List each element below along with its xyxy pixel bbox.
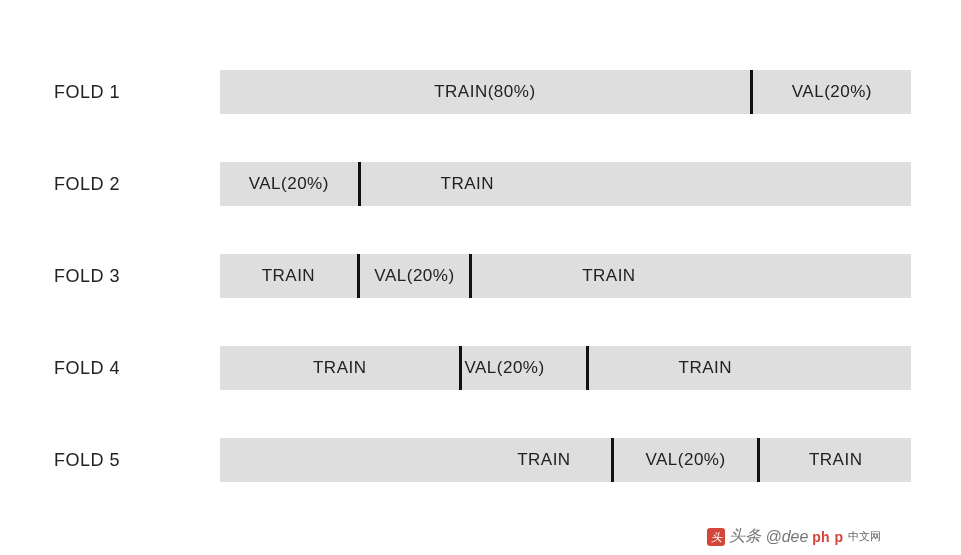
segment: TRAIN [220, 346, 459, 390]
fold-label: FOLD 3 [50, 266, 220, 287]
fold-label: FOLD 2 [50, 174, 220, 195]
fold-bar: TRAINVAL(20%)TRAIN [220, 438, 911, 482]
fold-bar: TRAIN(80%)VAL(20%) [220, 70, 911, 114]
fold-bar: VAL(20%)TRAIN [220, 162, 911, 206]
segment: VAL(20%) [462, 346, 585, 390]
segment: TRAIN [589, 346, 911, 390]
fold-row: FOLD 5TRAINVAL(20%)TRAIN [50, 438, 911, 482]
watermark-suffix: 中文网 [848, 529, 881, 544]
fold-row: FOLD 2VAL(20%)TRAIN [50, 162, 911, 206]
fold-label: FOLD 4 [50, 358, 220, 379]
segment: TRAIN(80%) [220, 70, 750, 114]
fold-bar: TRAINVAL(20%)TRAIN [220, 254, 911, 298]
fold-row: FOLD 1TRAIN(80%)VAL(20%) [50, 70, 911, 114]
kfold-diagram: FOLD 1TRAIN(80%)VAL(20%)FOLD 2VAL(20%)TR… [50, 70, 911, 482]
fold-label: FOLD 5 [50, 450, 220, 471]
fold-label: FOLD 1 [50, 82, 220, 103]
segment: TRAIN [472, 254, 911, 298]
segment: VAL(20%) [614, 438, 758, 482]
watermark-brand2: p [833, 529, 844, 545]
fold-row: FOLD 3TRAINVAL(20%)TRAIN [50, 254, 911, 298]
watermark-brand1: ph [812, 529, 829, 545]
segment: TRAIN [361, 162, 912, 206]
watermark: 头 头条 @deephp 中文网 [707, 526, 881, 547]
segment: TRAIN [760, 438, 911, 482]
segment: TRAIN [220, 254, 357, 298]
watermark-at: @dee [765, 528, 808, 546]
watermark-prefix: 头条 [729, 526, 761, 547]
segment: TRAIN [220, 438, 611, 482]
svg-text:头: 头 [711, 531, 723, 543]
segment: VAL(20%) [220, 162, 358, 206]
segment: VAL(20%) [360, 254, 469, 298]
headline-icon: 头 [707, 528, 725, 546]
segment: VAL(20%) [753, 70, 911, 114]
fold-row: FOLD 4TRAINVAL(20%)TRAIN [50, 346, 911, 390]
fold-bar: TRAINVAL(20%)TRAIN [220, 346, 911, 390]
